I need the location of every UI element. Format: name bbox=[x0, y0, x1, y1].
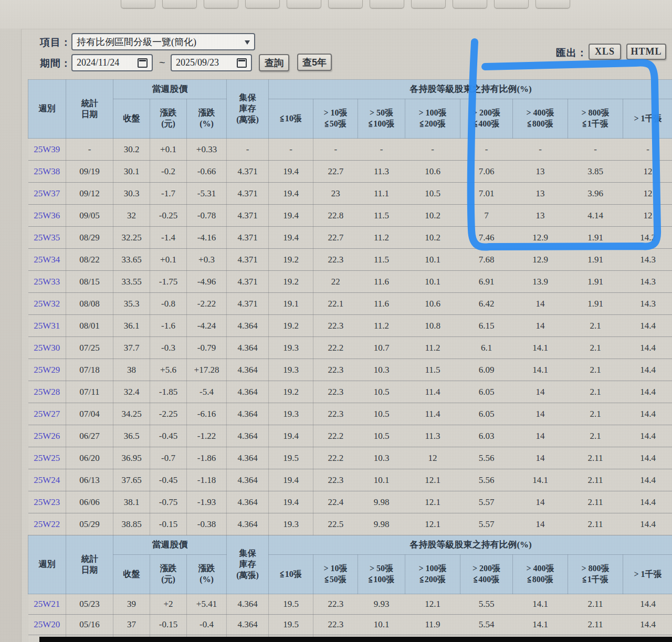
cell-100-200: 11.5 bbox=[405, 359, 460, 381]
week-link[interactable]: 25W34 bbox=[28, 249, 66, 271]
cell-change: -1.85 bbox=[150, 381, 187, 403]
cell-stat-date: 08/29 bbox=[66, 227, 113, 249]
cell-800-1000: 4.14 bbox=[568, 205, 623, 227]
cell-400-800: 14.1 bbox=[513, 594, 568, 615]
cell-change-pct: -1.18 bbox=[187, 469, 227, 491]
table-row: 25W26 06/27 36.5 -0.45 -1.22 4.364 19.4 … bbox=[28, 425, 672, 447]
week-link[interactable]: 25W28 bbox=[28, 381, 66, 403]
cell-800-1000: 2.11 bbox=[568, 615, 623, 635]
date-to-input[interactable]: 2025/09/23 bbox=[171, 54, 252, 71]
calendar-icon[interactable] bbox=[138, 58, 148, 68]
cell-800-1000: 1.91 bbox=[568, 271, 623, 293]
cell-800-1000: 2.11 bbox=[568, 513, 623, 535]
cell-10-50: 22.3 bbox=[313, 315, 358, 337]
item-label: 項目： bbox=[40, 36, 71, 49]
cell-change-pct: -0.4 bbox=[187, 615, 227, 635]
week-link[interactable]: 25W38 bbox=[28, 161, 66, 183]
cell-tdcc-inventory: 4.364 bbox=[227, 594, 269, 615]
col-close: 收盤 bbox=[113, 99, 150, 139]
cell-100-200: 10.2 bbox=[405, 227, 460, 249]
table-row: 25W22 05/29 38.85 -0.15 -0.38 4.364 19.3… bbox=[28, 513, 672, 535]
week-link[interactable]: 25W31 bbox=[28, 315, 66, 337]
cell-change-pct: -2.22 bbox=[187, 293, 227, 315]
item-select[interactable]: 持有比例區間分級一覽(簡化) bbox=[71, 33, 255, 50]
cell-800-1000: 2.1 bbox=[568, 315, 623, 337]
cell-10-50: 22.2 bbox=[313, 447, 358, 469]
toolbar-key bbox=[453, 0, 487, 8]
cell-200-400: 6.05 bbox=[460, 403, 513, 425]
cell-under-10: 19.4 bbox=[269, 227, 313, 249]
week-link[interactable]: 25W35 bbox=[28, 227, 66, 249]
col-under-10: ≦10張 bbox=[269, 555, 313, 594]
cell-100-200: 10.5 bbox=[405, 183, 460, 205]
week-link[interactable]: 25W33 bbox=[28, 271, 66, 293]
cell-50-100: 9.93 bbox=[358, 594, 405, 615]
col-group-holding-ratio: 各持股等級股東之持有比例(%) bbox=[269, 80, 672, 99]
week-link[interactable]: 25W30 bbox=[28, 337, 66, 359]
col-group-holding-ratio: 各持股等級股東之持有比例(%) bbox=[269, 535, 672, 555]
week-link[interactable]: 25W23 bbox=[28, 491, 66, 513]
cell-under-10: 19.2 bbox=[269, 315, 313, 337]
cell-close: 37.65 bbox=[113, 469, 150, 491]
query-button[interactable]: 查詢 bbox=[259, 54, 289, 71]
col-group-week-price: 當週股價 bbox=[113, 80, 227, 99]
cell-over-1000: 12 bbox=[623, 205, 672, 227]
week-link[interactable]: 25W22 bbox=[28, 513, 66, 535]
cell-50-100: 9.98 bbox=[358, 491, 405, 513]
cell-400-800: 14.1 bbox=[513, 615, 568, 635]
week-link[interactable]: 25W26 bbox=[28, 425, 66, 447]
cell-10-50: 22.5 bbox=[313, 513, 358, 535]
cell-over-1000: 14.3 bbox=[623, 249, 672, 271]
week-link[interactable]: 25W25 bbox=[28, 447, 66, 469]
cell-400-800: - bbox=[513, 139, 568, 161]
cell-stat-date: 06/27 bbox=[66, 425, 113, 447]
col-tdcc-inventory: 集保 庫存 (萬張) bbox=[227, 535, 269, 594]
cell-tdcc-inventory: 4.371 bbox=[227, 205, 269, 227]
week-link[interactable]: 25W29 bbox=[28, 359, 66, 381]
date-from-input[interactable]: 2024/11/24 bbox=[71, 54, 153, 71]
cell-200-400: 5.57 bbox=[460, 491, 513, 513]
week-link[interactable]: 25W39 bbox=[28, 139, 66, 161]
week-link[interactable]: 25W27 bbox=[28, 403, 66, 425]
week-link[interactable]: 25W32 bbox=[28, 293, 66, 315]
table-row: 25W37 09/12 30.3 -1.7 -5.31 4.371 19.4 2… bbox=[28, 183, 672, 205]
photo-background: 項目： 持有比例區間分級一覽(簡化) 期間： 2024/11/24 ~ 2025… bbox=[0, 0, 672, 642]
cell-close: 38 bbox=[113, 359, 150, 381]
cell-under-10: 19.4 bbox=[269, 469, 313, 491]
table-row: 25W28 07/11 32.4 -1.85 -5.4 4.364 19.2 2… bbox=[28, 381, 672, 403]
col-group-week-price: 當週股價 bbox=[113, 535, 227, 555]
cell-800-1000: 2.11 bbox=[568, 447, 623, 469]
cell-200-400: 7.01 bbox=[460, 183, 513, 205]
query-5y-button[interactable]: 查5年 bbox=[297, 54, 332, 71]
cell-under-10: 19.5 bbox=[269, 447, 313, 469]
week-link[interactable]: 25W37 bbox=[28, 183, 66, 205]
cell-over-1000: 14.4 bbox=[623, 403, 672, 425]
week-link[interactable]: 25W36 bbox=[28, 205, 66, 227]
col-stat-date: 統計 日期 bbox=[66, 80, 113, 139]
cell-stat-date: 05/29 bbox=[66, 513, 113, 535]
table-row: 25W39 - 30.2 +0.1 +0.33 - - - - - - - - … bbox=[28, 139, 672, 161]
table-row: 25W30 07/25 37.7 -0.3 -0.79 4.364 19.3 2… bbox=[28, 337, 672, 359]
cell-100-200: 12.1 bbox=[405, 594, 460, 615]
cell-change-pct: -6.16 bbox=[187, 403, 227, 425]
week-link[interactable]: 25W20 bbox=[28, 615, 66, 635]
cell-close: 33.65 bbox=[113, 249, 150, 271]
week-link[interactable]: 25W24 bbox=[28, 469, 66, 491]
calendar-icon[interactable] bbox=[237, 58, 247, 68]
period-label: 期間： bbox=[40, 57, 71, 70]
cell-change-pct: +0.3 bbox=[187, 249, 227, 271]
toolbar-key bbox=[121, 0, 155, 8]
week-link[interactable]: 25W21 bbox=[28, 594, 66, 615]
cell-200-400: 6.42 bbox=[460, 293, 513, 315]
cell-under-10: 19.2 bbox=[269, 249, 313, 271]
cell-change-pct: -4.96 bbox=[187, 271, 227, 293]
export-xls-button[interactable]: XLS bbox=[589, 44, 621, 60]
cell-stat-date: 08/01 bbox=[66, 315, 113, 337]
col-400-800: > 400張 ≦800張 bbox=[513, 555, 568, 594]
cell-stat-date: 09/12 bbox=[66, 183, 113, 205]
export-html-button[interactable]: HTML bbox=[626, 44, 666, 60]
cell-stat-date: 07/11 bbox=[66, 381, 113, 403]
col-50-100: > 50張 ≦100張 bbox=[358, 555, 405, 594]
cell-400-800: 14 bbox=[513, 513, 568, 535]
col-100-200: > 100張 ≦200張 bbox=[405, 555, 460, 594]
